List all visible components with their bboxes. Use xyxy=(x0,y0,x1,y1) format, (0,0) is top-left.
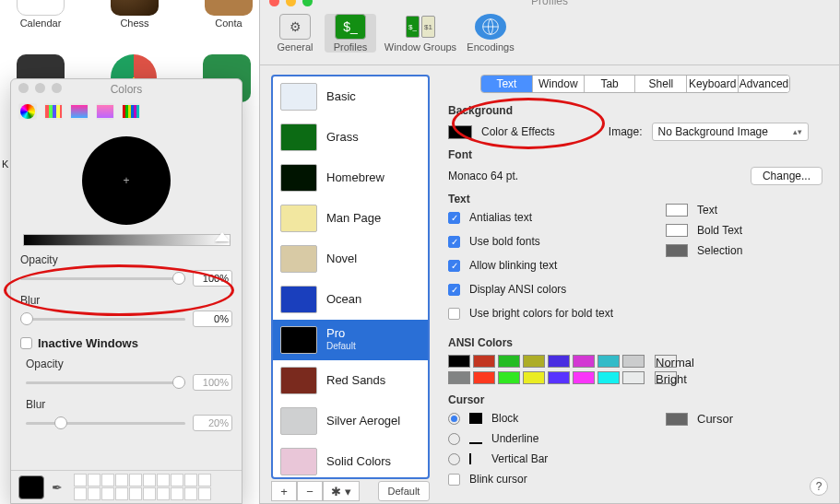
ansi-swatch[interactable] xyxy=(622,355,645,368)
profile-item-solid-colors[interactable]: Solid Colors xyxy=(273,441,428,477)
color-palettes-icon[interactable] xyxy=(70,103,89,120)
profile-item-grass[interactable]: Grass xyxy=(273,117,428,158)
sidebar-footer: + − ✱ ▾ Default xyxy=(271,479,430,503)
cursor-color-row[interactable]: Cursor xyxy=(666,412,822,426)
text-color-row[interactable]: Text xyxy=(666,204,822,217)
ansi-heading: ANSI Colors xyxy=(448,336,822,349)
remove-profile-button[interactable]: − xyxy=(297,481,323,501)
eyedropper-icon[interactable]: ✒ xyxy=(52,480,66,495)
tab-text[interactable]: Text xyxy=(481,76,533,92)
cursor-underline-radio[interactable]: Underline xyxy=(448,432,666,445)
profile-item-homebrew[interactable]: Homebrew xyxy=(273,158,428,198)
app-contacts[interactable]: Conta xyxy=(205,0,253,29)
set-default-button[interactable]: Default xyxy=(378,481,430,501)
blur-slider[interactable] xyxy=(20,318,185,321)
traffic-lights[interactable] xyxy=(269,0,313,6)
color-effects-button[interactable]: Color & Effects xyxy=(481,125,555,138)
cursor-vbar-radio[interactable]: Vertical Bar xyxy=(448,452,666,465)
toolbar-window-groups[interactable]: $_$1Window Groups xyxy=(380,14,461,53)
terminal-preferences-window: Profiles ⚙General $_Profiles $_$1Window … xyxy=(259,0,840,504)
blink-cursor-checkbox[interactable]: Blink cursor xyxy=(448,473,666,486)
cursor-heading: Cursor xyxy=(448,393,822,406)
ansi-swatch[interactable] xyxy=(523,355,545,368)
ansi-swatch[interactable] xyxy=(448,355,470,368)
ansi-swatch[interactable] xyxy=(498,355,520,368)
background-image-select[interactable]: No Background Image▴▾ xyxy=(652,123,809,141)
tab-advanced[interactable]: Advanced xyxy=(739,76,789,92)
ansi-bright-row[interactable]: Bright xyxy=(448,371,822,384)
tab-keyboard[interactable]: Keyboard xyxy=(687,76,739,92)
windows-icon: $_$1 xyxy=(405,14,436,40)
image-label: Image: xyxy=(609,125,643,138)
app-chess[interactable]: Chess xyxy=(111,0,159,29)
profile-item-pro[interactable]: ProDefault xyxy=(273,320,428,360)
profile-item-basic[interactable]: Basic xyxy=(273,76,428,117)
ansi-swatch[interactable] xyxy=(573,371,595,384)
app-label: Calendar xyxy=(17,18,65,29)
preferences-titlebar[interactable]: Profiles xyxy=(260,0,839,10)
profile-settings-main: TextWindowTabShellKeyboardAdvanced Backg… xyxy=(441,65,839,503)
background-color-swatch[interactable] xyxy=(448,125,472,139)
ansi-swatch[interactable] xyxy=(473,355,495,368)
traffic-lights[interactable] xyxy=(18,83,62,93)
ansi-swatch[interactable] xyxy=(573,355,595,368)
profile-item-novel[interactable]: Novel xyxy=(273,239,428,279)
color-sliders-icon[interactable] xyxy=(44,103,63,120)
profile-item-red-sands[interactable]: Red Sands xyxy=(273,360,428,401)
blur-value[interactable]: 0% xyxy=(193,311,232,327)
color-wheel-icon[interactable] xyxy=(18,103,37,120)
inactive-blur-label: Blur xyxy=(26,398,232,411)
tab-shell[interactable]: Shell xyxy=(635,76,687,92)
current-color-swatch[interactable] xyxy=(18,475,44,499)
ansi-swatch[interactable] xyxy=(523,371,545,384)
profile-list[interactable]: BasicGrassHomebrewMan PageNovelOceanProD… xyxy=(271,75,430,479)
inactive-windows-row[interactable]: Inactive Windows xyxy=(20,336,232,350)
blinking-checkbox[interactable]: Allow blinking text xyxy=(448,259,822,272)
opacity-slider[interactable] xyxy=(20,277,185,280)
ansi-swatch[interactable] xyxy=(498,371,520,384)
colors-titlebar[interactable]: Colors xyxy=(11,79,242,100)
add-profile-button[interactable]: + xyxy=(271,481,297,501)
bright-bold-checkbox[interactable]: Use bright colors for bold text xyxy=(448,307,822,320)
app-label: Chess xyxy=(111,18,159,29)
chevron-updown-icon: ▴▾ xyxy=(793,127,802,136)
ansi-swatch[interactable] xyxy=(597,355,620,368)
ansi-swatch[interactable] xyxy=(548,355,570,368)
profile-item-man-page[interactable]: Man Page xyxy=(273,198,428,239)
color-wheel[interactable] xyxy=(82,136,171,225)
ansi-swatch[interactable] xyxy=(597,371,620,384)
profile-item-silver-aerogel[interactable]: Silver Aerogel xyxy=(273,401,428,441)
ansi-swatch[interactable] xyxy=(622,371,645,384)
colors-footer: ✒ xyxy=(11,470,242,503)
opacity-label: Opacity xyxy=(20,253,232,266)
profile-actions-button[interactable]: ✱ ▾ xyxy=(323,481,360,501)
change-font-button[interactable]: Change... xyxy=(751,167,822,185)
label-k: K xyxy=(2,158,8,170)
inactive-windows-checkbox[interactable] xyxy=(20,337,32,349)
pencils-icon[interactable] xyxy=(122,103,140,120)
opacity-value[interactable]: 100% xyxy=(193,270,232,287)
inactive-blur-slider xyxy=(26,422,185,425)
colors-mode-toolbar xyxy=(11,100,242,123)
ansi-swatch[interactable] xyxy=(473,371,495,384)
ansi-swatch[interactable] xyxy=(448,371,470,384)
ansi-colors-checkbox[interactable]: Display ANSI colors xyxy=(448,283,822,296)
toolbar-profiles[interactable]: $_Profiles xyxy=(325,14,376,53)
selection-color-row[interactable]: Selection xyxy=(666,244,822,257)
toolbar-general[interactable]: ⚙General xyxy=(269,14,321,53)
tab-tab[interactable]: Tab xyxy=(585,76,636,92)
toolbar-encodings[interactable]: Encodings xyxy=(465,14,516,53)
ansi-swatch[interactable] xyxy=(548,371,570,384)
gear-icon: ⚙ xyxy=(279,14,311,40)
ansi-normal-row[interactable]: Normal xyxy=(448,355,822,368)
cursor-block-radio[interactable]: Block xyxy=(448,412,666,425)
colors-title: Colors xyxy=(111,83,143,96)
brightness-slider[interactable] xyxy=(23,234,231,246)
help-button[interactable]: ? xyxy=(810,477,828,496)
swatch-grid[interactable] xyxy=(74,474,211,500)
app-calendar[interactable]: Calendar xyxy=(17,0,65,29)
profile-item-ocean[interactable]: Ocean xyxy=(273,279,428,320)
image-palettes-icon[interactable] xyxy=(96,103,114,120)
tab-window[interactable]: Window xyxy=(533,76,585,92)
bold-text-color-row[interactable]: Bold Text xyxy=(666,224,822,237)
